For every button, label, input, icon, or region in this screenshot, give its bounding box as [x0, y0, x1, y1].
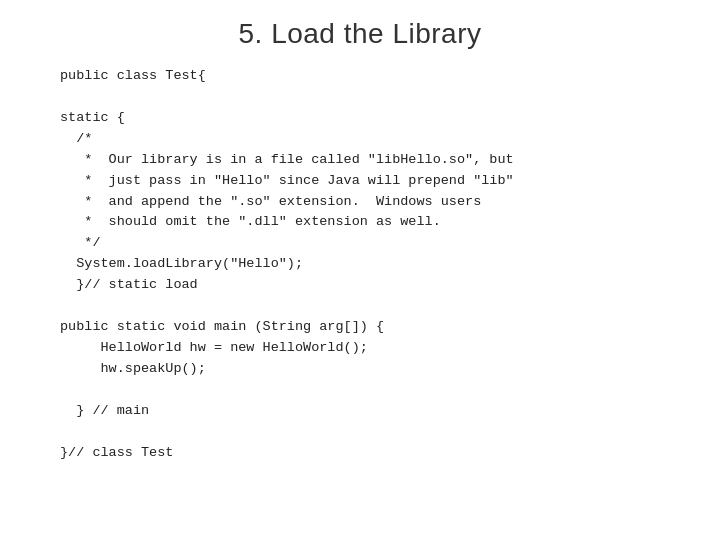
- page-title: 5. Load the Library: [239, 18, 482, 49]
- page-container: 5. Load the Library public class Test{ s…: [0, 0, 720, 540]
- title-area: 5. Load the Library: [0, 0, 720, 66]
- code-area: public class Test{ static { /* * Our lib…: [0, 66, 720, 520]
- code-block: public class Test{ static { /* * Our lib…: [60, 66, 660, 464]
